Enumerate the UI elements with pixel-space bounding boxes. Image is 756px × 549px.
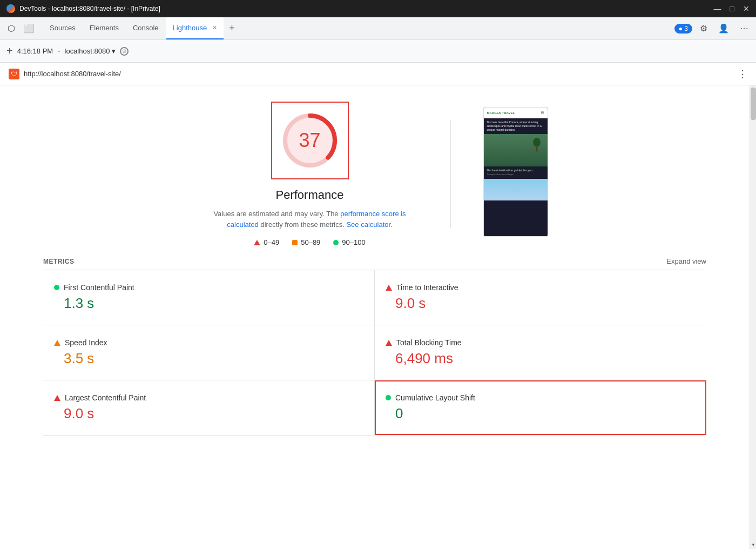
main-content: 37 Performance Values are estimated and …	[0, 85, 756, 549]
scrollbar-thumb[interactable]	[751, 88, 756, 120]
svg-rect-4	[536, 147, 537, 152]
lcp-label: Largest Contentful Paint	[65, 393, 146, 402]
content-area: 37 Performance Values are estimated and …	[0, 85, 750, 549]
tti-status-icon	[386, 285, 392, 291]
lcp-status-icon	[54, 395, 60, 401]
screenshot-bottom-image	[484, 179, 548, 200]
si-label: Speed Index	[65, 338, 107, 347]
svg-point-3	[533, 138, 541, 147]
tbt-status-icon	[386, 340, 392, 346]
metrics-grid: First Contentful Paint 1.3 s Time to Int…	[43, 270, 706, 436]
red-triangle-icon	[254, 240, 260, 245]
fcp-label: First Contentful Paint	[64, 283, 134, 292]
scrollbar-down-arrow[interactable]: ▼	[750, 540, 756, 549]
screenshot-logo: MARGES TRAVEL	[487, 111, 515, 115]
legend-green-label: 90–100	[342, 238, 365, 246]
legend-orange-label: 50–89	[301, 238, 320, 246]
url-bar: 🛡 http://localhost:8080/travel-site/ ⋮	[0, 63, 756, 85]
score-gauge-wrapper: 37	[271, 102, 349, 179]
metric-lcp-header: Largest Contentful Paint	[54, 393, 363, 402]
metrics-section: METRICS Expand view First Contentful Pai…	[43, 257, 706, 436]
new-tab-button[interactable]: +	[225, 17, 239, 39]
site-screenshot: MARGES TRAVEL ≡ Discover beautiful Corsi…	[483, 107, 548, 237]
tab-lighthouse-label: Lighthouse	[173, 24, 207, 32]
screenshot-hero-image	[484, 134, 548, 166]
perf-score-area: 37 Performance Values are estimated and …	[202, 102, 418, 246]
dropdown-arrow-icon[interactable]: ▾	[112, 47, 116, 55]
address-host[interactable]: localhost:8080 ▾	[65, 47, 116, 55]
address-time: 4:16:18 PM	[17, 47, 53, 55]
metric-tbt: Total Blocking Time 6,490 ms	[375, 325, 706, 380]
metric-si: Speed Index 3.5 s	[43, 325, 375, 380]
address-bar: + 4:16:18 PM - localhost:8080 ▾ ⊘	[0, 40, 756, 63]
tti-label: Time to Interactive	[396, 283, 458, 292]
scrollbar-track: ▲ ▼	[750, 85, 756, 549]
screenshot-footer-text: Our best destination guides for you	[487, 169, 544, 172]
performance-section: 37 Performance Values are estimated and …	[43, 102, 706, 246]
add-tab-button[interactable]: +	[6, 45, 13, 57]
tti-value: 9.0 s	[386, 295, 696, 312]
tab-console[interactable]: Console	[126, 17, 165, 39]
screenshot-hero-text: Discover beautiful Corsica, where stunni…	[484, 118, 548, 134]
fcp-status-icon	[54, 285, 59, 290]
legend-green: 90–100	[333, 238, 365, 246]
metric-cls-header: Cumulative Layout Shift	[386, 393, 696, 402]
block-icon[interactable]: ⊘	[120, 47, 129, 56]
score-legend: 0–49 50–89 90–100	[254, 238, 365, 246]
section-divider	[450, 120, 451, 228]
screenshot-header: MARGES TRAVEL ≡	[484, 108, 548, 118]
tab-lighthouse[interactable]: Lighthouse ✕	[166, 17, 224, 39]
legend-red-label: 0–49	[264, 238, 279, 246]
tab-sources-label: Sources	[50, 24, 76, 32]
tab-elements-label: Elements	[90, 24, 119, 32]
screenshot-body: Discover beautiful Corsica, where stunni…	[484, 118, 548, 236]
tab-console-label: Console	[133, 24, 159, 32]
settings-icon[interactable]: ⚙	[697, 21, 711, 36]
description-text2: directly from these metrics.	[260, 220, 344, 229]
performance-description: Values are estimated and may vary. The p…	[202, 209, 418, 230]
metric-tti-header: Time to Interactive	[386, 283, 696, 292]
security-shield-icon: 🛡	[9, 69, 19, 79]
si-value: 3.5 s	[54, 350, 363, 367]
screenshot-footer-sub: Sanapiero hote and villeges	[487, 173, 544, 176]
metric-fcp-header: First Contentful Paint	[54, 283, 363, 292]
minimize-button[interactable]: —	[714, 4, 721, 13]
legend-red: 0–49	[254, 238, 279, 246]
lcp-value: 9.0 s	[54, 405, 363, 422]
close-button[interactable]: ✕	[743, 4, 750, 13]
tab-bar: ⬡ ⬜ METRICS Sources Elements Console Lig…	[0, 17, 756, 40]
tab-lighthouse-close[interactable]: ✕	[212, 24, 217, 31]
device-toolbar-button[interactable]: ⬡	[4, 21, 18, 36]
fcp-value: 1.3 s	[54, 295, 363, 312]
metric-lcp: Largest Contentful Paint 9.0 s	[43, 380, 375, 436]
metric-tti: Time to Interactive 9.0 s	[375, 270, 706, 325]
restore-button[interactable]: □	[730, 4, 734, 13]
tab-sources[interactable]: METRICS Sources	[43, 17, 82, 39]
si-status-icon	[54, 340, 60, 346]
cls-value: 0	[386, 405, 696, 422]
performance-gauge: 37	[278, 108, 342, 173]
url-text[interactable]: http://localhost:8080/travel-site/	[24, 70, 733, 78]
green-circle-icon	[333, 240, 339, 245]
notifications-badge[interactable]: ● 3	[674, 24, 692, 34]
window-controls: — □ ✕	[714, 4, 750, 13]
tree-icon	[531, 137, 542, 153]
url-more-icon[interactable]: ⋮	[738, 68, 747, 80]
metrics-header: METRICS Expand view	[43, 257, 706, 270]
see-calculator-link[interactable]: See calculator.	[346, 220, 392, 229]
tab-elements[interactable]: Elements	[83, 17, 125, 39]
metrics-label: METRICS	[43, 258, 75, 265]
address-host-text: localhost:8080	[65, 47, 110, 55]
screenshot-footer: Our best destination guides for you Sana…	[484, 166, 548, 178]
more-options-icon[interactable]: ⋯	[737, 21, 752, 36]
inspect-button[interactable]: ⬜	[21, 21, 38, 36]
expand-view-button[interactable]: Expand view	[666, 257, 706, 265]
legend-orange: 50–89	[292, 238, 320, 246]
description-text: Values are estimated and may vary. The	[213, 210, 338, 218]
user-icon[interactable]: 👤	[715, 21, 732, 36]
address-separator: -	[57, 46, 60, 56]
screenshot-menu-icon: ≡	[541, 110, 544, 116]
metric-fcp: First Contentful Paint 1.3 s	[43, 270, 375, 325]
cls-label: Cumulative Layout Shift	[395, 393, 475, 402]
title-bar: DevTools - localhost:8080/travel-site/ -…	[0, 0, 756, 17]
